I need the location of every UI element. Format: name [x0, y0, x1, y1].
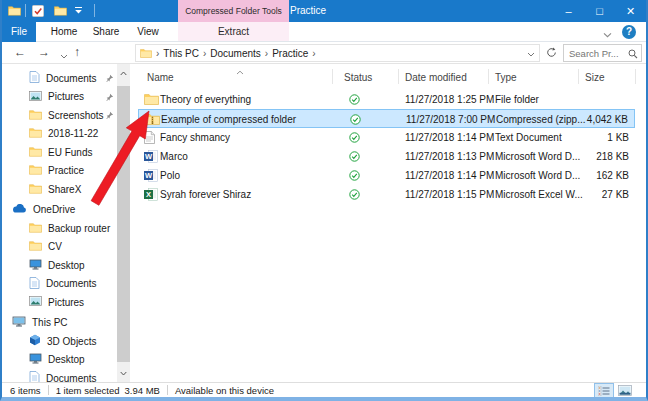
column-header-size[interactable]: Size [585, 72, 604, 83]
sidebar-item-cv[interactable]: CV [2, 238, 132, 257]
file-row-syrah-forever-shiraz[interactable]: X Syrah forever Shiraz 11/27/2018 1:15 P… [138, 185, 635, 204]
breadcrumb-practice[interactable]: Practice [272, 48, 308, 59]
file-size: 27 KB [602, 185, 629, 204]
properties-icon[interactable] [32, 5, 44, 19]
file-name: Marco [160, 147, 188, 166]
crumb-separator: › [312, 48, 315, 59]
qat-separator [94, 4, 95, 17]
sidebar-item-documents-3[interactable]: Documents [2, 369, 132, 382]
computer-icon [12, 316, 26, 329]
column-headers: Name Status Date modified Type Size [132, 64, 646, 89]
file-row-marco[interactable]: W Marco 11/27/2018 1:13 PM Microsoft Wor… [138, 147, 635, 166]
selection-count: 1 item selected [56, 385, 120, 396]
file-type: Microsoft Word D... [495, 166, 580, 185]
sidebar-item-pictures-2[interactable]: Pictures [2, 293, 132, 312]
pictures-icon [29, 296, 42, 308]
tab-home[interactable]: Home [42, 22, 86, 42]
file-name: Theory of everything [160, 90, 251, 109]
file-name: Polo [160, 166, 180, 185]
breadcrumb-documents[interactable]: Documents [210, 48, 261, 59]
desktop-icon [29, 259, 42, 272]
file-date: 11/27/2018 1:14 PM [405, 166, 494, 185]
address-bar[interactable]: › This PC › Documents › Practice › [135, 44, 540, 62]
folder-icon [29, 240, 42, 253]
ribbon-tab-row: File Home Share View Extract ? [2, 22, 646, 42]
column-header-type[interactable]: Type [495, 72, 517, 83]
column-header-status[interactable]: Status [344, 72, 372, 83]
refresh-icon[interactable] [546, 47, 557, 60]
folder-icon [29, 222, 42, 235]
file-size: 1 KB [607, 128, 629, 147]
items-count: 6 items [10, 385, 41, 396]
search-box[interactable] [563, 44, 642, 62]
file-type: Text Document [495, 128, 562, 147]
window-title: Practice [290, 0, 326, 22]
onedrive-cloud-icon [12, 204, 27, 215]
explorer-window: Compressed Folder Tools Practice – □ ✕ F… [0, 0, 648, 401]
sidebar-item-desktop-2[interactable]: Desktop [2, 351, 132, 370]
file-size: 4,042 KB [587, 110, 628, 129]
large-icons-view-button[interactable] [616, 384, 634, 397]
new-folder-icon[interactable] [54, 5, 67, 18]
documents-icon [29, 277, 40, 291]
tab-view[interactable]: View [126, 22, 170, 42]
documents-icon [29, 71, 40, 85]
file-list: Name Status Date modified Type Size Theo… [132, 64, 646, 382]
status-bar: 6 items 1 item selected 3.94 MB Availabl… [2, 382, 646, 397]
selection-size: 3.94 MB [125, 385, 160, 396]
close-button[interactable]: ✕ [615, 0, 646, 22]
sidebar-item-documents-2[interactable]: Documents [2, 275, 132, 294]
scroll-up-icon[interactable] [120, 67, 127, 78]
search-icon[interactable] [628, 49, 638, 61]
address-folder-icon [140, 48, 152, 58]
file-name: Fancy shmancy [160, 128, 230, 147]
file-name: Syrah forever Shiraz [160, 185, 251, 204]
crumb-separator: › [203, 48, 206, 59]
title-bar: Compressed Folder Tools Practice – □ ✕ [2, 0, 646, 22]
sync-status-text: Available on this device [175, 385, 274, 396]
file-date: 11/27/2018 7:00 PM [406, 110, 495, 129]
3d-cube-icon [29, 334, 41, 348]
file-row-example-of-compressed-folder[interactable]: Example of compressed folder 11/27/2018 … [138, 109, 635, 128]
folder-icon [29, 109, 42, 122]
file-type: Compressed (zipp... [496, 110, 585, 129]
column-header-date-modified[interactable]: Date modified [405, 72, 467, 83]
maximize-button[interactable]: □ [584, 0, 615, 22]
file-row-fancy-shmancy[interactable]: Fancy shmancy 11/27/2018 1:14 PM Text Do… [138, 128, 635, 147]
file-date: 11/27/2018 1:25 PM [405, 90, 494, 109]
file-menu-button[interactable]: File [2, 22, 36, 42]
contextual-tab-header[interactable]: Compressed Folder Tools [178, 0, 289, 22]
crumb-separator: › [156, 48, 159, 59]
sidebar-item-3d-objects[interactable]: 3D Objects [2, 332, 132, 351]
file-type: File folder [495, 90, 539, 109]
folder-icon [29, 146, 42, 159]
details-view-button[interactable] [595, 384, 613, 397]
column-header-name[interactable]: Name [147, 72, 174, 83]
file-name: Example of compressed folder [161, 110, 296, 129]
address-dropdown-chevron-icon[interactable] [527, 48, 535, 59]
tab-extract[interactable]: Extract [178, 22, 289, 41]
forward-button[interactable]: → [38, 42, 50, 64]
chevron-down-icon[interactable] [603, 29, 612, 40]
pin-icon [106, 74, 114, 85]
sidebar-item-desktop[interactable]: Desktop [2, 256, 132, 275]
help-button[interactable]: ? [622, 25, 636, 39]
tab-share[interactable]: Share [84, 22, 128, 42]
up-button[interactable]: ↑ [74, 42, 80, 64]
breadcrumb-this-pc[interactable]: This PC [163, 48, 199, 59]
file-row-polo[interactable]: W Polo 11/27/2018 1:14 PM Microsoft Word… [138, 166, 635, 185]
sidebar-item-this-pc[interactable]: This PC [2, 314, 132, 333]
back-button[interactable]: ← [14, 42, 26, 64]
file-row-theory-of-everything[interactable]: Theory of everything 11/27/2018 1:25 PM … [138, 90, 635, 109]
qat-customize-icon[interactable] [74, 6, 83, 17]
file-size: 162 KB [596, 166, 629, 185]
scroll-down-icon[interactable] [120, 367, 127, 378]
folder-icon [29, 164, 42, 177]
file-type: Microsoft Word D... [495, 147, 580, 166]
red-arrow-annotation [85, 101, 157, 215]
folder-shortcut-icon[interactable] [8, 5, 21, 18]
file-date: 11/27/2018 1:14 PM [405, 128, 494, 147]
sidebar-item-documents[interactable]: Documents [2, 69, 132, 88]
sidebar-item-backup-router[interactable]: Backup router [2, 219, 132, 238]
minimize-button[interactable]: – [553, 0, 584, 22]
